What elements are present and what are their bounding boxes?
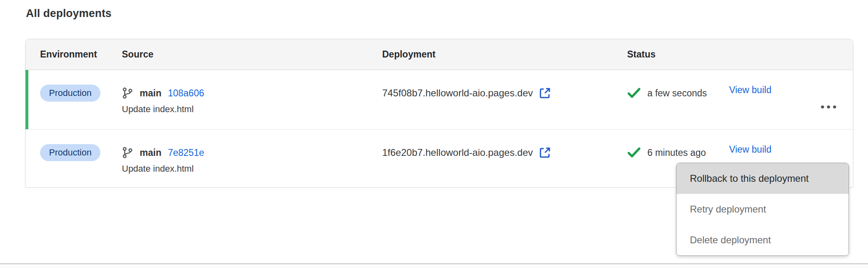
deployments-page: All deployments Environment Source Deplo… bbox=[0, 0, 868, 268]
commit-message: Update index.html bbox=[122, 104, 382, 115]
deployment-url: 1f6e20b7.helloworld-aio.pages.dev bbox=[382, 147, 533, 158]
deployment-row-1: Production main 108a606 Update index.htm… bbox=[26, 70, 853, 129]
environment-badge: Production bbox=[40, 144, 100, 161]
view-build-link[interactable]: View build bbox=[729, 85, 771, 95]
column-header-source: Source bbox=[122, 49, 382, 60]
deployment-actions-menu: Rollback to this deployment Retry deploy… bbox=[676, 163, 849, 256]
column-header-environment: Environment bbox=[26, 49, 122, 60]
section-divider bbox=[0, 263, 868, 268]
deployment-url: 745f08b7.helloworld-aio.pages.dev bbox=[382, 87, 533, 99]
commit-message: Update index.html bbox=[122, 164, 382, 174]
page-title: All deployments bbox=[26, 7, 112, 20]
git-branch-icon bbox=[122, 147, 133, 159]
active-deployment-indicator bbox=[26, 70, 28, 129]
commit-link[interactable]: 108a606 bbox=[168, 88, 204, 99]
branch-name: main bbox=[140, 88, 162, 99]
environment-badge: Production bbox=[40, 85, 100, 102]
menu-item-rollback[interactable]: Rollback to this deployment bbox=[677, 163, 849, 194]
commit-link[interactable]: 7e8251e bbox=[168, 147, 204, 158]
external-link-icon[interactable] bbox=[538, 87, 551, 100]
status-time: 6 minutes ago bbox=[647, 147, 706, 158]
table-header-row: Environment Source Deployment Status bbox=[26, 39, 853, 70]
status-time: a few seconds bbox=[647, 88, 707, 99]
column-header-deployment: Deployment bbox=[382, 49, 627, 60]
success-check-icon bbox=[627, 147, 641, 158]
external-link-icon[interactable] bbox=[538, 146, 551, 159]
branch-name: main bbox=[140, 147, 162, 158]
column-header-status: Status bbox=[627, 49, 729, 60]
deployment-actions-menu-button[interactable]: ••• bbox=[817, 85, 842, 129]
menu-item-delete[interactable]: Delete deployment bbox=[677, 225, 849, 255]
git-branch-icon bbox=[122, 87, 133, 99]
success-check-icon bbox=[627, 87, 641, 99]
menu-item-retry[interactable]: Retry deployment bbox=[677, 194, 849, 225]
view-build-link[interactable]: View build bbox=[729, 144, 771, 155]
